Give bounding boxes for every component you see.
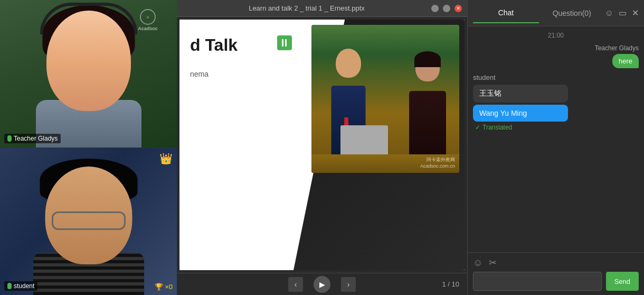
- chat-tab[interactable]: Chat: [473, 3, 539, 23]
- prev-slide-button[interactable]: ‹: [288, 277, 303, 292]
- translated-badge: ✓ Translated: [475, 124, 639, 131]
- chat-input-row: Send: [473, 272, 639, 291]
- slide-counter: 1 / 10: [442, 280, 459, 288]
- trophy-count: 🏆 ×0: [155, 283, 173, 291]
- presentation-area: d Talk nema: [179, 20, 465, 270]
- translated-label: Translated: [482, 124, 512, 131]
- question-tab[interactable]: Question(0): [539, 4, 605, 23]
- student-mic-icon: [7, 283, 12, 289]
- laptop: [340, 125, 388, 154]
- student-message-section: student 王玉铭 Wang Yu Ming ✓ Translated: [473, 73, 639, 131]
- maximize-button[interactable]: □: [443, 5, 450, 12]
- chat-input-area: ☺ ✂ Send: [468, 252, 644, 295]
- crown-icon: 👑: [159, 152, 173, 165]
- scissors-icon[interactable]: ✂: [489, 257, 497, 269]
- slide-subtitle: nema: [190, 70, 209, 78]
- title-bar-title: Learn and talk 2 _ trial 1 _ Ernest.pptx: [182, 4, 431, 12]
- student-label: student: [4, 281, 37, 291]
- teacher-message-bubble: here: [612, 54, 639, 68]
- maximize-chat-icon[interactable]: ▭: [619, 8, 627, 18]
- mic-icon: [7, 135, 12, 142]
- student-video: 👑 student 🏆 ×0: [0, 148, 177, 296]
- slide-content: d Talk nema: [179, 20, 465, 270]
- left-panel: A Acadsoc Teacher Gladys: [0, 0, 177, 295]
- send-button[interactable]: Send: [606, 272, 639, 291]
- teacher-label: Teacher Gladys: [4, 134, 61, 143]
- check-icon: ✓: [475, 124, 480, 131]
- teacher-message-row: Teacher Gladys here: [473, 44, 639, 68]
- pause-icon: [282, 39, 287, 47]
- teacher-name: Teacher Gladys: [14, 135, 58, 142]
- chat-bottom-icons: ☺ ✂: [473, 257, 639, 269]
- chat-input[interactable]: [473, 272, 602, 291]
- student-chinese-message: 王玉铭: [473, 85, 568, 103]
- chat-panel: Chat Question(0) ☺ ▭ ✕ 21:00 Teacher Gla…: [467, 0, 644, 295]
- minimize-button[interactable]: −: [431, 5, 439, 12]
- trophy-icon: 🏆: [155, 283, 163, 291]
- emoji-icon[interactable]: ☺: [605, 8, 613, 18]
- watermark: 阿卡索外教网 Acadsoc.com.cn: [420, 156, 455, 169]
- watermark-line1: 阿卡索外教网: [420, 156, 455, 163]
- student-section-label: student: [473, 73, 639, 81]
- slide-title: d Talk: [190, 35, 238, 55]
- close-chat-icon[interactable]: ✕: [632, 8, 639, 18]
- chat-timestamp: 21:00: [473, 32, 639, 39]
- trophy-count-value: ×0: [165, 283, 173, 291]
- watermark-line2: Acadsoc.com.cn: [420, 163, 455, 169]
- slide-navigation: ‹ ▶ › 1 / 10: [177, 273, 467, 295]
- window-controls[interactable]: − □ ✕: [431, 5, 462, 12]
- presentation-panel: Learn and talk 2 _ trial 1 _ Ernest.pptx…: [177, 0, 467, 295]
- title-bar: Learn and talk 2 _ trial 1 _ Ernest.pptx…: [177, 0, 467, 17]
- emoji-bottom-icon[interactable]: ☺: [473, 257, 482, 269]
- play-button[interactable]: ▶: [314, 276, 330, 293]
- student-avatar: [0, 148, 177, 296]
- teacher-video: A Acadsoc Teacher Gladys: [0, 0, 177, 148]
- chat-messages: 21:00 Teacher Gladys here student 王玉铭 Wa…: [468, 26, 644, 252]
- next-slide-button[interactable]: ›: [341, 277, 356, 292]
- chat-header-icons: ☺ ▭ ✕: [605, 8, 639, 18]
- chat-header: Chat Question(0) ☺ ▭ ✕: [468, 0, 644, 26]
- teacher-message-sender: Teacher Gladys: [595, 44, 639, 52]
- close-button[interactable]: ✕: [454, 5, 462, 12]
- slide-photo: 阿卡索外教网 Acadsoc.com.cn: [311, 25, 459, 173]
- student-english-message: Wang Yu Ming: [473, 105, 568, 122]
- teacher-avatar: [0, 0, 177, 148]
- slide-pause-button[interactable]: [277, 35, 292, 50]
- student-name: student: [14, 282, 34, 290]
